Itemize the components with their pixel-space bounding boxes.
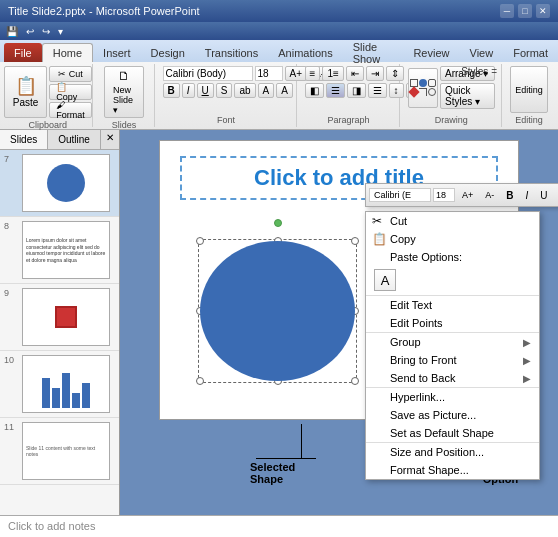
font-size-input[interactable] bbox=[255, 66, 283, 81]
cut-icon: ✂ bbox=[372, 214, 382, 228]
align-left-btn[interactable]: ◧ bbox=[305, 83, 324, 98]
chart-bar-1 bbox=[42, 378, 50, 408]
quick-styles-btn[interactable]: Quick Styles ▾ bbox=[440, 83, 495, 109]
notes-area[interactable]: Click to add notes bbox=[0, 515, 558, 537]
tab-home[interactable]: Home bbox=[42, 43, 93, 62]
ctx-group-arrow: ▶ bbox=[523, 337, 531, 348]
chart-bar-5 bbox=[82, 383, 90, 408]
tab-insert[interactable]: Insert bbox=[93, 43, 141, 62]
mini-grow-btn[interactable]: A+ bbox=[457, 188, 478, 202]
tab-transitions[interactable]: Transitions bbox=[195, 43, 268, 62]
ctx-bring-front[interactable]: Bring to Front ▶ bbox=[366, 351, 539, 369]
strikethrough-btn[interactable]: S bbox=[216, 83, 233, 98]
increase-indent-btn[interactable]: ⇥ bbox=[366, 66, 384, 81]
minimize-btn[interactable]: ─ bbox=[500, 4, 514, 18]
quick-access-toolbar: 💾 ↩ ↪ ▾ bbox=[0, 22, 558, 40]
slide7-circle bbox=[47, 164, 85, 202]
chart-bar-2 bbox=[52, 388, 60, 408]
tab-animations[interactable]: Animations bbox=[268, 43, 342, 62]
close-btn[interactable]: ✕ bbox=[536, 4, 550, 18]
ctx-set-default-label: Set as Default Shape bbox=[390, 427, 494, 439]
slide-num-7: 7 bbox=[4, 154, 18, 164]
mini-font-input[interactable] bbox=[369, 188, 431, 202]
slide-thumb-11[interactable]: 11 Slide 11 content with some text notes bbox=[0, 418, 119, 485]
tab-file[interactable]: File bbox=[4, 43, 42, 62]
tab-format[interactable]: Format bbox=[503, 43, 558, 62]
main-circle-shape[interactable] bbox=[200, 241, 355, 381]
mini-bold-btn[interactable]: B bbox=[501, 188, 518, 203]
paragraph-group: ≡ 1≡ ⇤ ⇥ ⇕ ◧ ☰ ◨ ☰ ↕ ⫿ Paragraph bbox=[299, 64, 400, 127]
decrease-indent-btn[interactable]: ⇤ bbox=[346, 66, 364, 81]
shapes-gallery[interactable] bbox=[408, 68, 438, 108]
rotation-handle[interactable] bbox=[274, 219, 282, 227]
slide-thumb-10[interactable]: 10 bbox=[0, 351, 119, 418]
tab-slideshow[interactable]: Slide Show bbox=[343, 43, 404, 62]
paste-label: Paste bbox=[13, 97, 39, 108]
paste-icon-a[interactable]: A bbox=[374, 269, 396, 291]
ctx-edit-text[interactable]: Edit Text bbox=[366, 296, 539, 314]
numbered-list-btn[interactable]: 1≡ bbox=[322, 66, 343, 81]
panel-close-btn[interactable]: ✕ bbox=[101, 130, 119, 149]
ctx-cut[interactable]: ✂ Cut bbox=[366, 212, 539, 230]
italic-btn[interactable]: I bbox=[182, 83, 195, 98]
slide-thumb-7[interactable]: 7 bbox=[0, 150, 119, 217]
slide-preview-11: Slide 11 content with some text notes bbox=[22, 422, 110, 480]
copy-btn[interactable]: 📋 Copy bbox=[49, 84, 92, 100]
slide-thumb-8[interactable]: 8 Lorem ipsum dolor sit amet consectetur… bbox=[0, 217, 119, 284]
bold-btn[interactable]: B bbox=[163, 83, 180, 98]
ctx-edit-points[interactable]: Edit Points bbox=[366, 314, 539, 332]
slide-panel-tabs: Slides Outline ✕ bbox=[0, 130, 119, 150]
tab-review[interactable]: Review bbox=[403, 43, 459, 62]
ctx-size-position[interactable]: Size and Position... bbox=[366, 443, 539, 461]
undo-qa-btn[interactable]: ↩ bbox=[24, 25, 36, 38]
slide-thumb-9[interactable]: 9 bbox=[0, 284, 119, 351]
align-center-btn[interactable]: ☰ bbox=[326, 83, 345, 98]
format-painter-btn[interactable]: 🖌 Format bbox=[49, 102, 92, 118]
ctx-set-default[interactable]: Set as Default Shape bbox=[366, 424, 539, 442]
ctx-copy[interactable]: 📋 Copy bbox=[366, 230, 539, 248]
cut-btn[interactable]: ✂ Cut bbox=[49, 66, 92, 82]
handle-bot-left[interactable] bbox=[196, 377, 204, 385]
align-right-btn[interactable]: ◨ bbox=[347, 83, 366, 98]
ctx-size-position-label: Size and Position... bbox=[390, 446, 484, 458]
canvas-area[interactable]: Click to add title A+ A bbox=[120, 130, 558, 515]
maximize-btn[interactable]: □ bbox=[518, 4, 532, 18]
ctx-format-shape[interactable]: Format Shape... bbox=[366, 461, 539, 479]
mini-shrink-btn[interactable]: A- bbox=[480, 188, 499, 202]
editing-group: Editing Editing bbox=[504, 64, 554, 127]
ctx-group[interactable]: Group ▶ bbox=[366, 333, 539, 351]
shadow-btn[interactable]: ab bbox=[234, 83, 255, 98]
ctx-send-back[interactable]: Send to Back ▶ bbox=[366, 369, 539, 387]
underline-btn[interactable]: U bbox=[197, 83, 214, 98]
copy-icon: 📋 bbox=[372, 232, 387, 246]
char-spacing-btn[interactable]: A bbox=[258, 83, 275, 98]
qa-dropdown-btn[interactable]: ▾ bbox=[56, 25, 65, 38]
redo-qa-btn[interactable]: ↪ bbox=[40, 25, 52, 38]
editing-btn[interactable]: Editing bbox=[510, 66, 548, 113]
tab-design[interactable]: Design bbox=[141, 43, 195, 62]
ctx-save-picture[interactable]: Save as Picture... bbox=[366, 406, 539, 424]
font-color-btn[interactable]: A bbox=[276, 83, 293, 98]
save-qa-btn[interactable]: 💾 bbox=[4, 25, 20, 38]
handle-top-right[interactable] bbox=[351, 237, 359, 245]
font-name-input[interactable] bbox=[163, 66, 253, 81]
ctx-hyperlink[interactable]: Hyperlink... bbox=[366, 388, 539, 406]
new-slide-btn[interactable]: 🗋 New Slide ▾ bbox=[104, 66, 144, 118]
handle-bot-right[interactable] bbox=[351, 377, 359, 385]
shape-container[interactable] bbox=[190, 231, 365, 391]
ctx-paste-options-label: Paste Options: bbox=[390, 251, 462, 263]
bullet-list-btn[interactable]: ≡ bbox=[305, 66, 321, 81]
mini-size-input[interactable] bbox=[433, 188, 455, 202]
tab-view[interactable]: View bbox=[460, 43, 504, 62]
slides-tab[interactable]: Slides bbox=[0, 130, 48, 149]
slide-canvas[interactable]: Click to add title A+ A bbox=[159, 140, 519, 420]
mini-underline-btn[interactable]: U bbox=[535, 188, 552, 203]
outline-tab[interactable]: Outline bbox=[48, 130, 101, 149]
handle-top-left[interactable] bbox=[196, 237, 204, 245]
drawing-group: Arrange ▾ Quick Styles ▾ Drawing Styles … bbox=[402, 64, 502, 127]
mini-italic-btn[interactable]: I bbox=[521, 188, 534, 203]
justify-btn[interactable]: ☰ bbox=[368, 83, 387, 98]
paste-btn[interactable]: 📋 Paste bbox=[4, 66, 48, 118]
window-controls[interactable]: ─ □ ✕ bbox=[500, 4, 550, 18]
mini-strikethrough-btn[interactable]: S bbox=[555, 188, 558, 203]
